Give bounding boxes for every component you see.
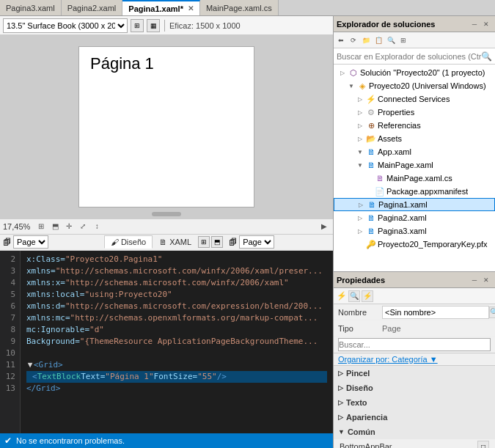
code-line: xmlns:local="using:Proyecto20" (26, 289, 327, 301)
tab-design[interactable]: 🖌 Diseño (104, 235, 153, 249)
prop-lightning-btn[interactable]: ⚡ (362, 290, 373, 302)
prop-tipo-row: Tipo Page (334, 320, 495, 337)
se-tool-6[interactable]: ⊞ (397, 34, 409, 46)
prop-section-diseno[interactable]: ▷ Diseño (334, 381, 495, 395)
tree-label: Package.appxmanifest (386, 187, 468, 196)
grid-btn[interactable]: ⊞ (131, 19, 144, 32)
prop-search-icon[interactable]: 🔍 (489, 306, 495, 318)
se-search-input[interactable] (337, 52, 481, 61)
prop-search-btn[interactable]: 🔍 (348, 290, 360, 302)
prop-section-texto[interactable]: ▷ Texto (334, 395, 495, 410)
tree-arrow[interactable]: ▷ (338, 68, 347, 77)
canvas-scrollbar[interactable] (152, 212, 181, 216)
tree-item-solution[interactable]: ▷ ⬡ Solución "Proyecto20" (1 proyecto) (334, 66, 495, 79)
status-text: No se encontraron problemas. (16, 436, 125, 445)
section-arrow: ▷ (338, 370, 343, 377)
tree-item-properties[interactable]: ▷ ⚙ Properties (334, 106, 495, 119)
xaml-icon: 🗎 (366, 160, 376, 170)
code-line: ▼ <Grid> (26, 359, 327, 371)
pin-icon[interactable]: ─ (469, 18, 480, 30)
prop-nombre-input[interactable] (382, 306, 489, 319)
fit-icon[interactable]: ⤢ (77, 221, 89, 232)
close-panel-icon[interactable]: ✕ (480, 18, 492, 30)
code-editor: 2 3 4 5 6 7 8 9 10 11 12 13 x:Class="Pro… (0, 251, 333, 434)
tree-item-refs[interactable]: ▷ ⊕ Referencias (334, 119, 495, 132)
tab-pagina3[interactable]: Pagina3.xaml (0, 0, 62, 15)
tree-arrow[interactable]: ▷ (356, 213, 364, 222)
prop-search-field[interactable] (338, 338, 491, 351)
tree-arrow[interactable]: ▷ (356, 95, 364, 103)
tree-arrow[interactable]: ▼ (356, 161, 364, 169)
refs-icon: ⊕ (366, 120, 376, 131)
tree-arrow-empty (356, 240, 364, 249)
close-props-icon[interactable]: ✕ (480, 274, 492, 286)
line-numbers: 2 3 4 5 6 7 8 9 10 11 12 13 (0, 251, 21, 434)
page-title: Página 1 (90, 54, 154, 73)
tab-pagina1[interactable]: Pagina1.xaml* ✕ (122, 0, 200, 15)
se-tool-2[interactable]: ⟳ (348, 34, 359, 46)
tree-item-manifest[interactable]: 📄 Package.appxmanifest (334, 185, 495, 198)
se-tool-5[interactable]: 🔍 (385, 34, 397, 46)
collapse-arrow[interactable]: ▼ (26, 359, 34, 371)
prop-tipo-label: Tipo (338, 324, 382, 333)
close-icon[interactable]: ✕ (188, 4, 194, 12)
tree-arrow[interactable]: ▷ (356, 134, 364, 143)
prop-section-apariencia[interactable]: ▷ Apariencia (334, 410, 495, 425)
prop-section-comun[interactable]: ▼ Común (334, 425, 495, 439)
tree-arrow[interactable]: ▷ (356, 200, 365, 209)
tree-arrow-empty (364, 187, 373, 196)
se-tool-4[interactable]: 📋 (373, 34, 384, 46)
code-content[interactable]: x:Class="Proyecto20.Pagina1" xmlns="http… (21, 251, 333, 434)
tree-item-pagina2[interactable]: ▷ 🗎 Pagina2.xaml (334, 211, 495, 224)
design-tab-label: 🖌 Diseño (111, 238, 146, 246)
page-select-left[interactable]: Page (13, 235, 48, 249)
tab-xaml[interactable]: 🗎 XAML (153, 235, 198, 249)
tree-label: Pagina1.xaml (378, 200, 428, 209)
tree-item-pfx[interactable]: 🔑 Proyecto20_TemporaryKey.pfx (334, 238, 495, 251)
tree-arrow[interactable]: ▼ (356, 147, 364, 156)
tree-arrow[interactable]: ▷ (356, 108, 364, 117)
tree-item-assets[interactable]: ▷ 📂 Assets (334, 132, 495, 145)
page-selector-right: 🗐 Page (229, 235, 330, 249)
tree-item-project[interactable]: ▼ ◈ Proyecto20 (Universal Windows) (334, 79, 495, 92)
move-icon[interactable]: ✛ (63, 221, 75, 232)
expand-right-icon[interactable]: ▶ (318, 221, 330, 232)
editor-toolbar: 13.5" Surface Book (3000 x 2000) 200% es… (0, 16, 333, 35)
tree-arrow[interactable]: ▷ (356, 121, 364, 130)
tree-arrow[interactable]: ▼ (347, 81, 356, 90)
prop-section-pincel[interactable]: ▷ Pincel (334, 366, 495, 381)
tree-label: Pagina2.xaml (378, 213, 427, 222)
split-horizontal-icon[interactable]: ⬒ (49, 221, 61, 232)
device-select[interactable]: 13.5" Surface Book (3000 x 2000) 200% es… (3, 18, 128, 33)
page-label-left: 🗐 (3, 238, 11, 246)
se-tool-1[interactable]: ⬅ (335, 34, 347, 46)
organize-label[interactable]: Organizar por: Categoría ▼ (338, 355, 438, 364)
connected-icon: ⚡ (366, 94, 376, 104)
assets-icon: 📂 (366, 133, 376, 144)
tree-item-appxaml[interactable]: ▼ 🗎 App.xaml (334, 145, 495, 158)
tree-label: App.xaml (378, 147, 411, 156)
view-action-2[interactable]: ⬒ (211, 236, 223, 248)
tree-item-pagina3[interactable]: ▷ 🗎 Pagina3.xaml (334, 224, 495, 238)
view-action-1[interactable]: ⊞ (198, 236, 210, 248)
tab-pagina2[interactable]: Pagina2.xaml (62, 0, 123, 15)
pin-icon-props[interactable]: ─ (469, 274, 480, 286)
tree-arrow[interactable]: ▷ (356, 227, 364, 235)
tree-label: Connected Services (378, 95, 450, 103)
status-bar: ✔ No se encontraron problemas. (0, 433, 333, 448)
scroll-icon[interactable]: ↕ (91, 221, 103, 232)
grid-view-icon[interactable]: ⊞ (35, 221, 47, 232)
tree-item-pagina1[interactable]: ▷ 🗎 Pagina1.xaml (334, 198, 495, 211)
se-tool-3[interactable]: 📁 (360, 34, 372, 46)
prop-tipo-value: Page (382, 324, 401, 333)
page-select-right[interactable]: Page (239, 235, 274, 249)
tree-item-connected[interactable]: ▷ ⚡ Connected Services (334, 92, 495, 106)
tree-item-mainpage-xaml[interactable]: ▼ 🗎 MainPage.xaml (334, 158, 495, 172)
section-arrow: ▼ (338, 428, 345, 436)
tree-label: MainPage.xaml.cs (386, 174, 452, 183)
prop-item-btn[interactable]: □ (477, 441, 489, 448)
section-arrow: ▷ (338, 414, 343, 421)
snap-btn[interactable]: ▦ (147, 19, 160, 32)
tab-mainpage[interactable]: MainPage.xaml.cs (200, 0, 279, 15)
tree-item-mainpage-cs[interactable]: 🗎 MainPage.xaml.cs (334, 172, 495, 185)
